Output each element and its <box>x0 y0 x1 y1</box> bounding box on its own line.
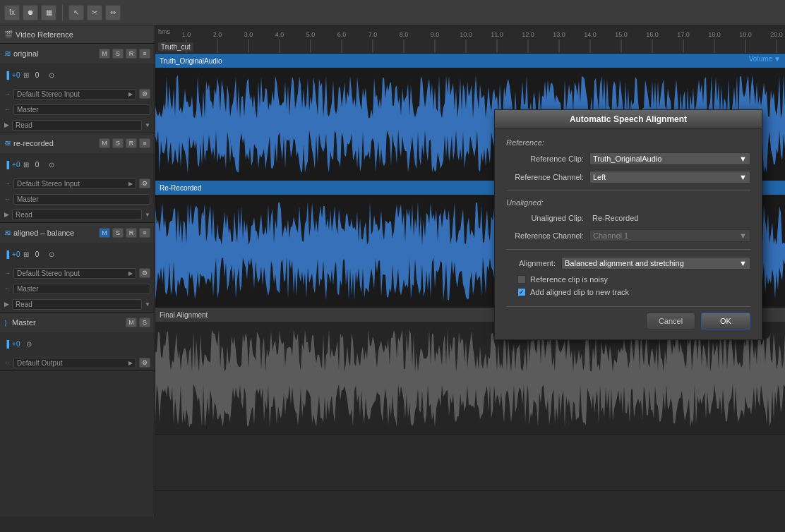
master-s-btn[interactable]: S <box>139 318 150 327</box>
slip-button[interactable]: ⇔ <box>105 5 121 20</box>
ref-channel-row: Reference Channel: Left ▼ <box>506 171 750 183</box>
track-waveform-icon-rerecorded: ≋ <box>4 138 11 148</box>
add-track-checkbox-mark: ✓ <box>519 289 525 296</box>
track-controls-aligned: ▐ +0 ⊞ 0 ⊙ <box>0 243 155 265</box>
record-button[interactable]: ⏺ <box>23 5 38 20</box>
track-input-row-rerecorded: → Default Stereo Input ▶ ⚙ <box>0 176 155 191</box>
pan-value-original: 0 <box>32 71 43 79</box>
master-settings-btn[interactable]: ⚙ <box>139 358 150 368</box>
track-input-settings-original[interactable]: ⚙ <box>139 89 150 99</box>
cursor-button[interactable]: ↖ <box>68 5 84 20</box>
track-input-aligned[interactable]: Default Stereo Input ▶ <box>13 268 136 279</box>
db-control-rerecorded[interactable]: +0 <box>12 161 20 169</box>
svg-text:13.0: 13.0 <box>553 31 565 38</box>
svg-text:1.0: 1.0 <box>182 31 191 38</box>
db-control-aligned[interactable]: +0 <box>12 250 20 258</box>
ok-button[interactable]: OK <box>701 313 750 330</box>
alignment-value: Balanced alignment and stretching <box>565 259 684 267</box>
video-clip-label: Truth_cut <box>158 42 193 52</box>
meter-button[interactable]: ▦ <box>41 5 56 20</box>
track-r-btn-original[interactable]: R <box>126 49 137 59</box>
track-name-original: original <box>13 49 97 58</box>
track-read-row-rerecorded: ▶ Read ▼ <box>0 207 155 222</box>
unaligned-channel-select[interactable]: Channel 1 ▼ <box>589 229 750 242</box>
track-waveform-icon-original: ≋ <box>4 49 11 59</box>
track-output-aligned[interactable]: Master <box>13 284 150 294</box>
dialog-divider-1 <box>506 191 750 191</box>
track-s-btn-aligned[interactable]: S <box>112 228 124 238</box>
volume-badge-original[interactable]: Volume ▼ <box>749 55 781 63</box>
volume-dropdown-icon: ▼ <box>774 55 781 63</box>
track-menu-btn-aligned[interactable]: ≡ <box>139 228 150 238</box>
track-r-btn-aligned[interactable]: R <box>126 228 137 238</box>
unaligned-channel-label: Reference Channel: <box>506 231 584 240</box>
track-output-row-rerecorded: ← Master <box>0 191 155 207</box>
add-track-checkbox-row: ✓ Add aligned clip to new track <box>506 288 750 296</box>
meter-icon-original: ▐ <box>4 71 9 79</box>
track-read-row-original: ▶ Read ▼ <box>0 117 155 133</box>
read-dropdown-rerecorded: ▼ <box>145 212 150 218</box>
add-track-checkbox[interactable]: ✓ <box>517 288 526 296</box>
track-read-row-aligned: ▶ Read ▼ <box>0 296 155 312</box>
db-control-master[interactable]: +0 <box>12 340 20 348</box>
meter-icon-master: ▐ <box>4 340 9 348</box>
track-m-btn-aligned[interactable]: M <box>99 228 110 238</box>
track-read-select-aligned[interactable]: Read <box>12 299 142 310</box>
track-input-original[interactable]: Default Stereo Input ▶ <box>13 89 136 99</box>
track-menu-btn-original[interactable]: ≡ <box>139 49 150 59</box>
track-input-settings-rerecorded[interactable]: ⚙ <box>139 179 150 188</box>
input-dropdown-arrow-rerecorded: ▶ <box>128 181 133 187</box>
svg-text:11.0: 11.0 <box>491 31 503 38</box>
alignment-dropdown-arrow: ▼ <box>739 259 747 267</box>
ref-channel-label: Reference Channel: <box>506 173 584 181</box>
track-input-settings-aligned[interactable]: ⚙ <box>139 268 150 278</box>
master-m-btn[interactable]: M <box>126 318 137 327</box>
unaligned-clip-label: Unaligned Clip: <box>506 214 584 222</box>
track-m-btn-original[interactable]: M <box>99 49 110 59</box>
track-read-select-original[interactable]: Read <box>12 120 142 131</box>
track-s-btn-rerecorded[interactable]: S <box>112 138 124 148</box>
master-output[interactable]: Default Output ▶ <box>13 358 136 368</box>
ref-channel-select[interactable]: Left ▼ <box>589 171 750 183</box>
video-icon: 🎬 <box>4 30 13 38</box>
cancel-button[interactable]: Cancel <box>646 313 695 330</box>
svg-text:2.0: 2.0 <box>213 31 222 38</box>
dialog-titlebar: Automatic Speech Alignment <box>495 110 762 128</box>
master-name: Master <box>12 318 124 327</box>
pan-value-aligned: 0 <box>32 250 43 258</box>
track-read-select-rerecorded[interactable]: Read <box>12 210 142 220</box>
track-r-btn-rerecorded[interactable]: R <box>126 138 137 148</box>
track-menu-btn-rerecorded[interactable]: ≡ <box>139 138 150 148</box>
razor-button[interactable]: ✂ <box>87 5 102 20</box>
ref-clip-row: Reference Clip: Truth_OriginalAudio ▼ <box>506 152 750 165</box>
expand-arrow-aligned[interactable]: ▶ <box>4 301 9 308</box>
meter-icon-rerecorded: ▐ <box>4 161 9 169</box>
expand-arrow-original[interactable]: ▶ <box>4 121 9 128</box>
arrow-left-icon-original: → <box>4 90 11 97</box>
track-output-original[interactable]: Master <box>13 104 150 115</box>
track-s-btn-original[interactable]: S <box>112 49 124 59</box>
svg-text:5.0: 5.0 <box>306 31 316 38</box>
track-output-rerecorded[interactable]: Master <box>13 194 150 205</box>
svg-text:16.0: 16.0 <box>646 31 659 38</box>
expand-arrow-rerecorded[interactable]: ▶ <box>4 211 9 218</box>
db-control-original[interactable]: +0 <box>12 71 20 79</box>
track-input-rerecorded[interactable]: Default Stereo Input ▶ <box>13 179 136 189</box>
noisy-checkbox-label: Reference clip is noisy <box>530 275 608 284</box>
unaligned-clip-row: Unaligned Clip: Re-Recorded <box>506 212 750 224</box>
master-controls: ▐ +0 ⊙ <box>0 332 155 355</box>
alignment-select[interactable]: Balanced alignment and stretching ▼ <box>561 257 750 270</box>
track-name-aligned: aligned – balance <box>13 229 97 237</box>
clip-name-rerecorded: Re-Recorded <box>160 184 201 192</box>
ref-clip-select[interactable]: Truth_OriginalAudio ▼ <box>589 152 750 165</box>
track-header-rerecorded: ≋ re-recorded M S R ≡ <box>0 133 155 153</box>
fx-button[interactable]: fx <box>4 5 20 20</box>
unaligned-clip-value: Re-Recorded <box>589 212 750 224</box>
noisy-checkbox[interactable] <box>517 275 526 284</box>
svg-text:20.0: 20.0 <box>770 31 783 38</box>
video-ref-header: 🎬 Video Reference <box>0 25 155 44</box>
pan-value-rerecorded: 0 <box>32 161 43 169</box>
track-m-btn-rerecorded[interactable]: M <box>99 138 110 148</box>
track-lane-header-original: Truth_OriginalAudio Volume ▼ <box>155 54 785 68</box>
track-controls-original: ▐ +0 ⊞ 0 ⊙ <box>0 64 155 86</box>
